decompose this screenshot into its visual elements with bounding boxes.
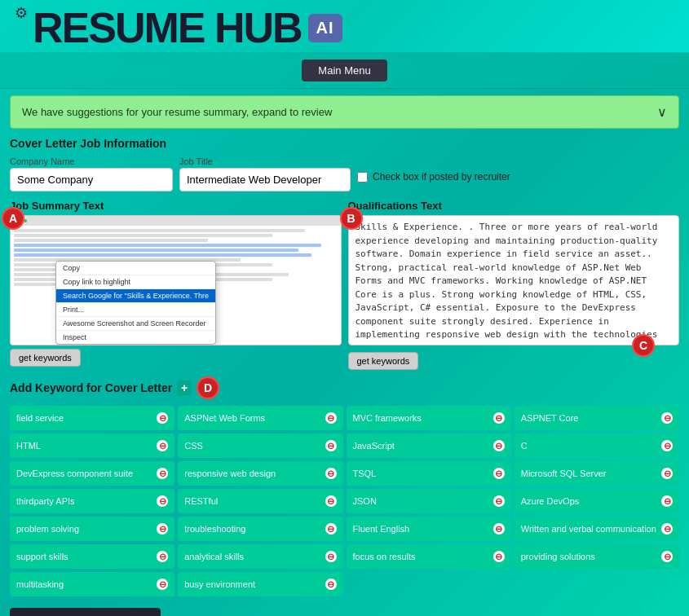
keyword-item: focus on results⊖ <box>347 544 511 569</box>
keyword-remove-button[interactable]: ⊖ <box>157 551 168 562</box>
keyword-item: ASPNET Core⊖ <box>515 406 679 430</box>
main-menu-button[interactable]: Main Menu <box>302 59 386 81</box>
keyword-item: Azure DevOps⊖ <box>515 489 679 513</box>
keyword-remove-button[interactable]: ⊖ <box>325 523 337 535</box>
keyword-item: HTML⊖ <box>10 433 174 458</box>
qualifications-col: Qualifications Text B Skills & Experienc… <box>348 200 680 370</box>
keyword-text: ASPNET Core <box>521 413 579 423</box>
keyword-remove-button[interactable]: ⊖ <box>493 412 505 424</box>
keyword-remove-button[interactable]: ⊖ <box>661 495 673 507</box>
keyword-remove-button[interactable]: ⊖ <box>157 579 168 590</box>
app-header: ⚙ RESUME HUB AI <box>0 0 689 53</box>
keyword-remove-button[interactable]: ⊖ <box>661 440 673 451</box>
keyword-remove-button[interactable]: ⊖ <box>325 551 337 562</box>
keyword-item: DevExpress component suite⊖ <box>10 461 174 486</box>
recruiter-checkbox[interactable] <box>357 172 368 183</box>
keyword-text: field service <box>16 413 64 423</box>
recruiter-label: Check box if posted by recruiter <box>373 171 510 183</box>
keyword-remove-button[interactable]: ⊖ <box>493 495 505 507</box>
keyword-text: Azure DevOps <box>521 496 580 506</box>
keyword-item: thirdparty APIs⊖ <box>10 489 174 513</box>
context-print: Print... <box>56 303 215 317</box>
keyword-text: providing solutions <box>521 552 595 561</box>
keyword-item: problem solving⊖ <box>10 517 174 541</box>
company-field: Company Name <box>10 156 173 191</box>
job-summary-label: Job Summary Text <box>10 200 342 212</box>
job-title-input[interactable] <box>179 168 351 191</box>
keyword-item: TSQL⊖ <box>347 461 511 486</box>
keyword-text: Fluent English <box>353 524 410 534</box>
job-summary-area-container: A <box>10 215 342 345</box>
keyword-text: troubleshooting <box>184 524 245 534</box>
keyword-remove-button[interactable]: ⊖ <box>661 468 673 479</box>
badge-d: D <box>197 376 219 399</box>
nav-bar: Main Menu <box>0 53 689 89</box>
get-keywords-right-button[interactable]: get keywords <box>348 352 419 370</box>
keyword-remove-button[interactable]: ⊖ <box>325 495 337 507</box>
job-info-form: Company Name Job Title Check box if post… <box>10 156 679 191</box>
keyword-item: support skills⊖ <box>10 544 174 569</box>
keyword-text: CSS <box>184 441 203 451</box>
keyword-remove-button[interactable]: ⊖ <box>325 579 337 590</box>
keyword-item: CSS⊖ <box>178 433 342 458</box>
badge-b: B <box>340 207 363 230</box>
job-summary-col: Job Summary Text A <box>10 200 342 370</box>
keyword-remove-button[interactable]: ⊖ <box>157 523 168 535</box>
suggestion-banner[interactable]: We have suggestions for your resume summ… <box>10 95 679 129</box>
keyword-text: problem solving <box>16 524 79 534</box>
keyword-text: HTML <box>16 441 41 451</box>
context-inspect: Inspect <box>56 331 215 344</box>
keywords-section-title: Add Keyword for Cover Letter <box>10 381 172 394</box>
keyword-text: JSON <box>353 496 377 506</box>
badge-c: C <box>632 334 655 357</box>
company-input[interactable] <box>10 168 173 191</box>
summary-qualifications-row: Job Summary Text A <box>10 200 679 370</box>
keyword-remove-button[interactable]: ⊖ <box>661 412 673 424</box>
recruiter-check[interactable]: Check box if posted by recruiter <box>357 171 510 183</box>
logo-container: ⚙ RESUME HUB AI <box>13 7 342 49</box>
keyword-item: busy environment⊖ <box>178 572 342 596</box>
context-copy-link: Copy link to highlight <box>56 275 215 289</box>
get-keywords-left-button[interactable]: get keywords <box>10 349 81 367</box>
keyword-text: C <box>521 441 528 451</box>
keyword-remove-button[interactable]: ⊖ <box>661 523 673 535</box>
keywords-grid: field service⊖ASPNet Web Forms⊖MVC frame… <box>10 406 679 596</box>
keyword-item: multitasking⊖ <box>10 572 174 596</box>
keyword-remove-button[interactable]: ⊖ <box>325 468 337 479</box>
keyword-item: analytical skills⊖ <box>178 544 342 569</box>
keyword-remove-button[interactable]: ⊖ <box>493 523 505 535</box>
context-menu: Copy Copy link to highlight Search Googl… <box>55 261 216 345</box>
keyword-text: responsive web design <box>184 469 276 478</box>
generate-cover-letter-button[interactable]: Generate AI Cover Letter <box>10 608 161 616</box>
keyword-text: analytical skills <box>184 552 244 561</box>
keyword-remove-button[interactable]: ⊖ <box>325 440 337 451</box>
chevron-down-icon[interactable]: ∨ <box>657 104 667 120</box>
context-copy: Copy <box>56 262 215 275</box>
keyword-text: Microsoft SQL Server <box>521 469 607 478</box>
keyword-text: multitasking <box>16 579 64 589</box>
context-screenshot: Awesome Screenshot and Screen Recorder <box>56 317 215 331</box>
keyword-item: JSON⊖ <box>347 489 511 513</box>
keyword-item: Fluent English⊖ <box>347 517 511 541</box>
keyword-remove-button[interactable]: ⊖ <box>493 440 505 451</box>
keyword-text: thirdparty APIs <box>16 496 75 506</box>
qualifications-textarea[interactable]: Skills & Experience. . Three or more yea… <box>348 215 680 345</box>
keyword-text: JavaScript <box>353 441 395 451</box>
keyword-remove-button[interactable]: ⊖ <box>661 551 673 562</box>
keyword-remove-button[interactable]: ⊖ <box>157 495 168 507</box>
keyword-remove-button[interactable]: ⊖ <box>325 412 337 424</box>
add-keyword-button[interactable]: + <box>177 381 192 395</box>
keyword-remove-button[interactable]: ⊖ <box>157 412 168 424</box>
keyword-remove-button[interactable]: ⊖ <box>493 468 505 479</box>
job-summary-screenshot[interactable]: Copy Copy link to highlight Search Googl… <box>10 215 342 345</box>
keyword-remove-button[interactable]: ⊖ <box>493 551 505 562</box>
keyword-text: DevExpress component suite <box>16 469 133 478</box>
keyword-text: MVC frameworks <box>353 413 422 423</box>
keyword-item: JavaScript⊖ <box>347 433 511 458</box>
keyword-remove-button[interactable]: ⊖ <box>157 468 168 479</box>
keyword-remove-button[interactable]: ⊖ <box>157 440 168 451</box>
keyword-item: RESTful⊖ <box>178 489 342 513</box>
keywords-header: Add Keyword for Cover Letter + D <box>10 376 679 399</box>
keyword-item: responsive web design⊖ <box>178 461 342 486</box>
browser-bar <box>11 216 341 226</box>
